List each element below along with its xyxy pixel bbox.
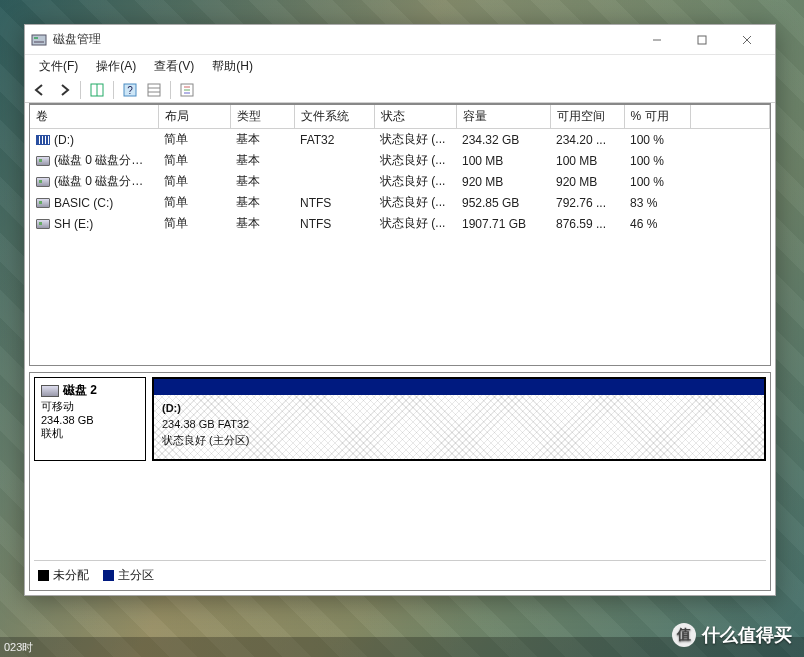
volume-list[interactable]: 卷 布局 类型 文件系统 状态 容量 可用空间 % 可用 (D:)简单基本FAT… — [29, 104, 771, 366]
cell-layout: 简单 — [158, 192, 230, 213]
volume-table: 卷 布局 类型 文件系统 状态 容量 可用空间 % 可用 (D:)简单基本FAT… — [30, 105, 770, 234]
svg-rect-1 — [34, 37, 38, 39]
volume-name: SH (E:) — [54, 217, 93, 231]
menu-action[interactable]: 操作(A) — [88, 56, 144, 77]
disk-size: 234.38 GB — [41, 414, 139, 426]
table-row[interactable]: (磁盘 0 磁盘分区 4)简单基本状态良好 (...920 MB920 MB10… — [30, 171, 770, 192]
forward-button[interactable] — [53, 79, 75, 101]
cell-pct: 100 % — [624, 129, 690, 151]
menu-help[interactable]: 帮助(H) — [204, 56, 261, 77]
cell-type: 基本 — [230, 150, 294, 171]
cell-fs: FAT32 — [294, 129, 374, 151]
disk-management-window: 磁盘管理 文件(F) 操作(A) 查看(V) 帮助(H) ? 卷 布局 类型 — [24, 24, 776, 596]
partition-size: 234.38 GB FAT32 — [162, 418, 249, 430]
back-button[interactable] — [29, 79, 51, 101]
disk-partitions: (D:) 234.38 GB FAT32 状态良好 (主分区) — [152, 377, 766, 461]
col-free[interactable]: 可用空间 — [550, 105, 624, 129]
cell-free: 234.20 ... — [550, 129, 624, 151]
svg-text:?: ? — [127, 85, 133, 96]
col-fs[interactable]: 文件系统 — [294, 105, 374, 129]
cell-layout: 简单 — [158, 129, 230, 151]
volume-icon — [36, 219, 50, 229]
cell-free: 920 MB — [550, 171, 624, 192]
close-button[interactable] — [724, 25, 769, 55]
disk-label-box[interactable]: 磁盘 2 可移动 234.38 GB 联机 — [34, 377, 146, 461]
cell-capacity: 234.32 GB — [456, 129, 550, 151]
table-row[interactable]: SH (E:)简单基本NTFS状态良好 (...1907.71 GB876.59… — [30, 213, 770, 234]
cell-type: 基本 — [230, 129, 294, 151]
svg-rect-0 — [32, 35, 46, 45]
cell-free: 100 MB — [550, 150, 624, 171]
disk-header: 磁盘 2 — [63, 383, 97, 397]
cell-status: 状态良好 (... — [374, 129, 456, 151]
disk-row[interactable]: 磁盘 2 可移动 234.38 GB 联机 (D:) 234.38 GB FAT… — [34, 377, 766, 461]
content-area: 卷 布局 类型 文件系统 状态 容量 可用空间 % 可用 (D:)简单基本FAT… — [29, 103, 771, 591]
view-list-icon[interactable] — [143, 79, 165, 101]
cell-free: 792.76 ... — [550, 192, 624, 213]
cell-pct: 83 % — [624, 192, 690, 213]
toolbar-separator — [113, 81, 114, 99]
app-icon — [31, 32, 47, 48]
partition-header-bar — [154, 379, 764, 395]
volume-icon — [36, 198, 50, 208]
col-volume[interactable]: 卷 — [30, 105, 158, 129]
cell-capacity: 920 MB — [456, 171, 550, 192]
window-title: 磁盘管理 — [53, 31, 101, 48]
cell-type: 基本 — [230, 171, 294, 192]
titlebar[interactable]: 磁盘管理 — [25, 25, 775, 55]
table-row[interactable]: BASIC (C:)简单基本NTFS状态良好 (...952.85 GB792.… — [30, 192, 770, 213]
menu-view[interactable]: 查看(V) — [146, 56, 202, 77]
menubar: 文件(F) 操作(A) 查看(V) 帮助(H) — [25, 55, 775, 77]
cell-pct: 46 % — [624, 213, 690, 234]
help-icon[interactable]: ? — [119, 79, 141, 101]
swatch-black-icon — [38, 570, 49, 581]
swatch-blue-icon — [103, 570, 114, 581]
view-split-icon[interactable] — [86, 79, 108, 101]
cell-pct: 100 % — [624, 150, 690, 171]
partition-status: 状态良好 (主分区) — [162, 434, 249, 446]
disk-graph-pane[interactable]: 磁盘 2 可移动 234.38 GB 联机 (D:) 234.38 GB FAT… — [29, 372, 771, 591]
col-capacity[interactable]: 容量 — [456, 105, 550, 129]
disk-online: 联机 — [41, 426, 139, 441]
table-header-row[interactable]: 卷 布局 类型 文件系统 状态 容量 可用空间 % 可用 — [30, 105, 770, 129]
cell-status: 状态良好 (... — [374, 213, 456, 234]
cell-type: 基本 — [230, 192, 294, 213]
volume-name: (磁盘 0 磁盘分区 4) — [54, 174, 157, 188]
cell-capacity: 952.85 GB — [456, 192, 550, 213]
cell-fs — [294, 171, 374, 192]
table-row[interactable]: (磁盘 0 磁盘分区 1)简单基本状态良好 (...100 MB100 MB10… — [30, 150, 770, 171]
cell-fs: NTFS — [294, 213, 374, 234]
settings-icon[interactable] — [176, 79, 198, 101]
maximize-button[interactable] — [679, 25, 724, 55]
cell-pct: 100 % — [624, 171, 690, 192]
col-layout[interactable]: 布局 — [158, 105, 230, 129]
cell-fs — [294, 150, 374, 171]
svg-rect-11 — [148, 84, 160, 96]
col-pct[interactable]: % 可用 — [624, 105, 690, 129]
legend: 未分配 主分区 — [34, 560, 766, 586]
partition-title: (D:) — [162, 402, 181, 414]
volume-icon — [36, 177, 50, 187]
partition-d[interactable]: (D:) 234.38 GB FAT32 状态良好 (主分区) — [153, 378, 765, 460]
cell-layout: 简单 — [158, 171, 230, 192]
cell-capacity: 100 MB — [456, 150, 550, 171]
col-type[interactable]: 类型 — [230, 105, 294, 129]
col-status[interactable]: 状态 — [374, 105, 456, 129]
cell-status: 状态良好 (... — [374, 150, 456, 171]
cell-type: 基本 — [230, 213, 294, 234]
volume-name: (D:) — [54, 133, 74, 147]
menu-file[interactable]: 文件(F) — [31, 56, 86, 77]
legend-unallocated: 未分配 — [38, 567, 89, 584]
disk-removable: 可移动 — [41, 399, 139, 414]
svg-rect-4 — [698, 36, 706, 44]
volume-icon — [36, 156, 50, 166]
disk-icon — [41, 385, 59, 397]
volume-icon — [36, 135, 50, 145]
cell-free: 876.59 ... — [550, 213, 624, 234]
minimize-button[interactable] — [634, 25, 679, 55]
cell-capacity: 1907.71 GB — [456, 213, 550, 234]
toolbar-separator — [170, 81, 171, 99]
watermark-text: 什么值得买 — [702, 623, 792, 647]
cell-status: 状态良好 (... — [374, 171, 456, 192]
table-row[interactable]: (D:)简单基本FAT32状态良好 (...234.32 GB234.20 ..… — [30, 129, 770, 151]
